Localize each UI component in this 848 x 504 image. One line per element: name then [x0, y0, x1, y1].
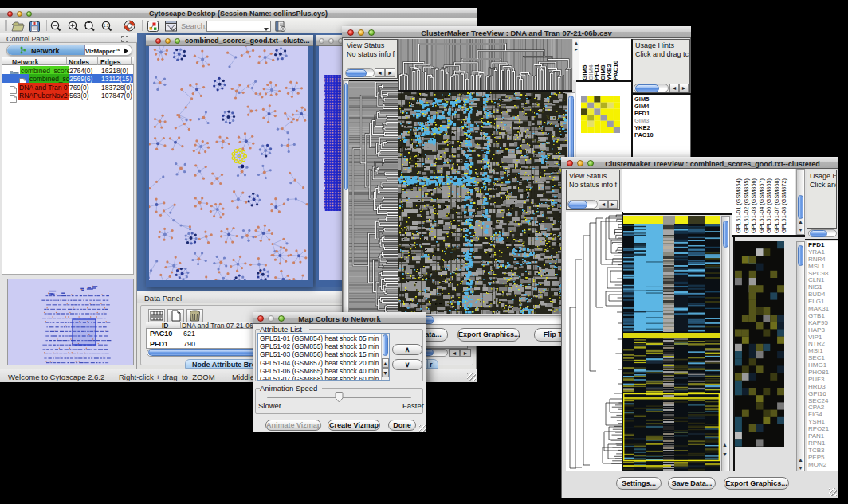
svg-text:1:1: 1:1 — [104, 23, 109, 28]
